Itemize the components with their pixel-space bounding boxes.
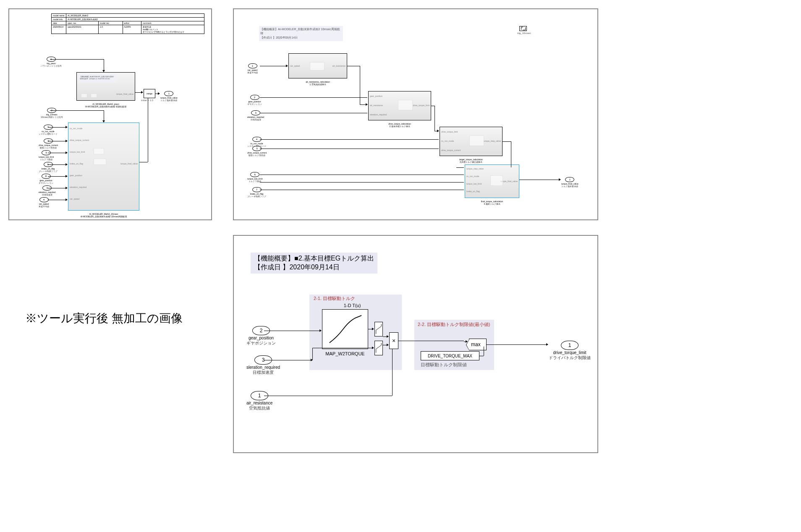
wire — [503, 141, 511, 142]
subsystem-pwon[interactable]: 【機能概要】AI-MODELER_自動演算作成例2 初期化処理 【作成日 】20… — [76, 72, 135, 101]
wire — [431, 106, 435, 106]
panel-drive-torque-detail: 【機能概要】■2.基本目標EGトルク算出 【作成日 】2020年09月14日 2… — [233, 235, 598, 453]
subsys-name: air_resistance_calculation1.空気抵抗値算出 — [289, 81, 347, 86]
val-comment: 新規作成 rev欄のコメント 左下のセルでTABすると下に行が増やせます — [141, 25, 204, 34]
port-jp: 駆動トルク現在値 — [40, 146, 57, 149]
port-number: 3 — [251, 110, 260, 115]
port-number: 1 — [164, 91, 173, 96]
subsys-in-label: gear_position — [370, 95, 382, 97]
subsystem-target-torque[interactable]: drive_torque_limit cs_run_mode drive_tor… — [440, 127, 503, 156]
port-number: 1 — [248, 63, 257, 68]
port-jp: 目標加速度 — [253, 370, 274, 376]
row-model-name-label: model name — [52, 14, 66, 18]
port-jp: ドライバトルク制限値 — [549, 355, 591, 361]
subsys-in-label: drive_torque_current — [441, 149, 461, 151]
subsys-name: drive_torque_calculation2.基本目標トルク算出 — [369, 123, 431, 128]
port-jp: トルク下限値 — [249, 180, 261, 183]
port-jp: システム運転モード — [39, 133, 58, 135]
subsystem-drive-torque[interactable]: gear_position air_resistance eleration_r… — [368, 91, 431, 120]
subsys-out-label: air_resistance — [332, 65, 346, 67]
wire — [260, 97, 367, 98]
port-number: 1 — [561, 341, 578, 350]
subsys-in-label: gear_position — [70, 174, 82, 177]
subsys-in-label: torque_low_limit — [466, 183, 482, 185]
inport-drive_torque_current[interactable]: 9drive_torque_current駆動トルク現在値 — [39, 138, 58, 149]
ghost-block — [94, 159, 106, 165]
wire — [392, 349, 393, 396]
wire — [435, 131, 439, 131]
outport-torque-final[interactable]: 1 torque_final_value トルク最終要求値 — [561, 177, 578, 188]
inport-cs_run_mode[interactable]: 7cs_run_modeシステム運転モード — [39, 125, 58, 135]
inport-eleration_required[interactable]: 3eleration_required目標加速度 — [39, 185, 55, 196]
val-specrev: spec20200101 — [66, 25, 99, 34]
subsystem-final-torque[interactable]: torque_step_value cs_run_mode torque_low… — [465, 164, 519, 198]
wire — [48, 127, 67, 128]
outport-torque-final[interactable]: 1 torque_final_value トルク最終要求値 — [160, 91, 178, 102]
subsys-in-label: air_resistance — [370, 104, 383, 107]
inport-trig-pwon[interactable]: 1 trig_pwon パワーオントリガ信号 — [41, 57, 62, 67]
port-jp: ブレーキ制御フラグ — [247, 195, 266, 198]
inport-air-resistance[interactable]: 1 air_resistance 空気抵抗値 — [246, 391, 272, 411]
wire — [50, 59, 104, 60]
inport-brake_on_flag[interactable]: 6brake_on_flagブレーキ制御フラグ — [39, 162, 58, 172]
val-editor: AZAPA — [123, 25, 141, 34]
port-jp: ギヤポジション — [246, 340, 276, 346]
port-name: gear_position — [249, 336, 274, 340]
merge-init-label: initial = 1.0 — [141, 99, 153, 102]
ghost-block — [469, 136, 484, 146]
wire — [383, 336, 388, 337]
wire — [48, 164, 67, 165]
inport-acceleration-required[interactable]: 3 sleration_required 目標加速度 — [246, 355, 280, 376]
wire — [435, 106, 435, 131]
port-jp: 車速平均値 — [39, 205, 49, 208]
wire — [260, 149, 439, 149]
inport-gear-position[interactable]: 2 gear_position ギヤポジション — [246, 326, 276, 346]
product-block[interactable]: × — [389, 332, 398, 349]
saturate-icon — [375, 322, 382, 336]
inport-torque_low_limit[interactable]: 5torque_low_limitトルク下限値 — [39, 150, 54, 161]
zone-label-2: 2-2. 目標駆動トルク制限値(最小値) — [418, 321, 490, 328]
wire — [360, 104, 367, 105]
inport-gear_position[interactable]: 8gear_positionギヤポジション — [39, 174, 53, 184]
wire — [456, 167, 464, 168]
subsystem-10msec[interactable]: cs_run_mode drive_torque_current torque_… — [68, 123, 139, 211]
row-model-name-value: AI_MODELER_Math2 — [66, 14, 204, 18]
merge-block[interactable]: merge — [144, 89, 155, 98]
saturation-block[interactable] — [374, 322, 383, 336]
val-modelrev: 1.0 — [98, 25, 123, 34]
inport-gear_position[interactable]: 2gear_positionギヤポジション — [247, 95, 262, 105]
outport-drive-torque-limit[interactable]: 1 drive_torque_limit ドライバトルク制限値 — [549, 341, 591, 361]
port-name: sleration_required — [246, 365, 280, 370]
wire — [50, 110, 104, 111]
inport-trig-10msec[interactable]: 2 trig_10msec 10msec周期トリガ信号 — [41, 108, 63, 118]
inport-car_speed[interactable]: 4car_speed車速平均値 — [39, 197, 49, 208]
constant-drive-torque-max[interactable]: DRIVE_TORQUE_MAX — [421, 351, 479, 360]
port-number: 1 — [565, 177, 574, 182]
ghost-block — [310, 62, 325, 70]
subsystem-air-resistance[interactable]: car_speed air_resistance air_resistance_… — [288, 53, 347, 78]
wire — [264, 360, 312, 360]
wire — [264, 331, 321, 331]
inport-brake_on_flag[interactable]: 7brake_on_flagブレーキ制御フラグ — [247, 187, 266, 198]
caption-text: ※ツール実行後 無加工の画像 — [25, 310, 183, 326]
inport-torque_low_limit[interactable]: 6torque_low_limitトルク下限値 — [247, 172, 262, 183]
wire — [484, 347, 484, 356]
row-model-info-value: AI-MODELER_自動演算作成例2 — [66, 18, 204, 21]
wire — [368, 329, 374, 329]
ghost-block — [490, 175, 503, 186]
wire — [464, 342, 467, 342]
ghost-block — [91, 94, 97, 98]
wire — [398, 341, 464, 341]
trigger-port-icon[interactable] — [519, 26, 527, 31]
hdr-specrev: spec. rev. — [66, 21, 99, 25]
subsys-in-label: torque_step_value — [466, 167, 484, 170]
subsys-name: AI_MODELER_Math2_pwon AI-MODELER_自動演算作成例… — [77, 103, 135, 108]
lut-name: MAP_W2TORQUE — [322, 351, 368, 356]
inport-drive_torque_current[interactable]: 5drive_torque_current駆動トルク現在値 — [247, 146, 267, 156]
wire — [511, 141, 511, 167]
lookup-table-block[interactable] — [322, 309, 368, 349]
inport-eleration_required[interactable]: 3eleration_required目標加速度 — [247, 110, 264, 121]
subsys-in-label: eleration_required — [70, 186, 86, 188]
saturation-block[interactable] — [374, 341, 383, 355]
inport-car_speed[interactable]: 1car_speed車速平均値 — [247, 63, 258, 74]
